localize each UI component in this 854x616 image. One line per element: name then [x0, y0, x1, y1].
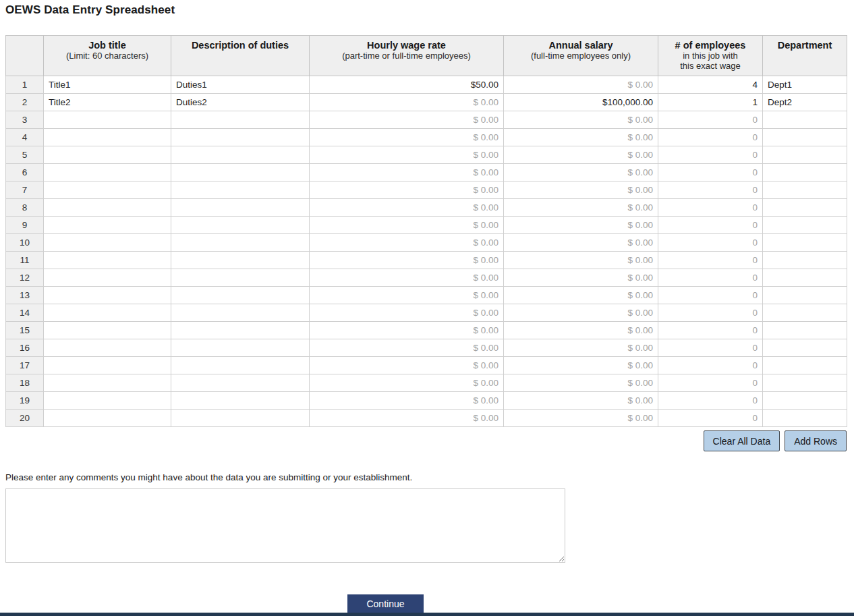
job-title-cell[interactable] — [44, 199, 171, 217]
employees-cell[interactable]: 0 — [658, 357, 763, 374]
job-title-cell[interactable] — [44, 181, 171, 199]
job-title-cell[interactable] — [44, 269, 171, 287]
duties-cell[interactable] — [171, 217, 310, 234]
employees-cell[interactable]: 0 — [658, 304, 763, 322]
annual-salary-cell[interactable]: $ 0.00 — [504, 287, 658, 304]
annual-salary-cell[interactable]: $ 0.00 — [504, 252, 658, 269]
hourly-wage-cell[interactable]: $ 0.00 — [310, 111, 504, 129]
duties-cell[interactable] — [171, 374, 310, 392]
duties-cell[interactable] — [171, 269, 310, 287]
hourly-wage-cell[interactable]: $ 0.00 — [310, 357, 504, 374]
employees-cell[interactable]: 4 — [658, 76, 763, 94]
hourly-wage-cell[interactable]: $ 0.00 — [310, 269, 504, 287]
department-cell[interactable] — [763, 357, 847, 374]
annual-salary-cell[interactable]: $ 0.00 — [504, 269, 658, 287]
duties-cell[interactable] — [171, 252, 310, 269]
department-cell[interactable] — [763, 146, 847, 164]
department-cell[interactable] — [763, 129, 847, 146]
annual-salary-cell[interactable]: $ 0.00 — [504, 146, 658, 164]
employees-cell[interactable]: 0 — [658, 392, 763, 410]
duties-cell[interactable] — [171, 146, 310, 164]
hourly-wage-cell[interactable]: $ 0.00 — [310, 164, 504, 181]
annual-salary-cell[interactable]: $ 0.00 — [504, 199, 658, 217]
hourly-wage-cell[interactable]: $ 0.00 — [310, 287, 504, 304]
employees-cell[interactable]: 0 — [658, 374, 763, 392]
department-cell[interactable] — [763, 392, 847, 410]
annual-salary-cell[interactable]: $ 0.00 — [504, 234, 658, 252]
annual-salary-cell[interactable]: $ 0.00 — [504, 164, 658, 181]
add-rows-button[interactable]: Add Rows — [785, 430, 847, 451]
hourly-wage-cell[interactable]: $ 0.00 — [310, 146, 504, 164]
job-title-cell[interactable] — [44, 287, 171, 304]
department-cell[interactable] — [763, 374, 847, 392]
department-cell[interactable] — [763, 252, 847, 269]
employees-cell[interactable]: 0 — [658, 287, 763, 304]
job-title-cell[interactable] — [44, 111, 171, 129]
job-title-cell[interactable] — [44, 217, 171, 234]
annual-salary-cell[interactable]: $ 0.00 — [504, 181, 658, 199]
annual-salary-cell[interactable]: $100,000.00 — [504, 94, 658, 111]
department-cell[interactable] — [763, 111, 847, 129]
job-title-cell[interactable] — [44, 357, 171, 374]
annual-salary-cell[interactable]: $ 0.00 — [504, 304, 658, 322]
duties-cell[interactable] — [171, 181, 310, 199]
employees-cell[interactable]: 0 — [658, 146, 763, 164]
duties-cell[interactable] — [171, 357, 310, 374]
annual-salary-cell[interactable]: $ 0.00 — [504, 374, 658, 392]
employees-cell[interactable]: 0 — [658, 164, 763, 181]
department-cell[interactable] — [763, 287, 847, 304]
job-title-cell[interactable] — [44, 234, 171, 252]
hourly-wage-cell[interactable]: $ 0.00 — [310, 234, 504, 252]
employees-cell[interactable]: 0 — [658, 181, 763, 199]
duties-cell[interactable] — [171, 287, 310, 304]
employees-cell[interactable]: 0 — [658, 322, 763, 339]
annual-salary-cell[interactable]: $ 0.00 — [504, 410, 658, 427]
annual-salary-cell[interactable]: $ 0.00 — [504, 322, 658, 339]
hourly-wage-cell[interactable]: $ 0.00 — [310, 392, 504, 410]
employees-cell[interactable]: 0 — [658, 217, 763, 234]
employees-cell[interactable]: 1 — [658, 94, 763, 111]
annual-salary-cell[interactable]: $ 0.00 — [504, 76, 658, 94]
annual-salary-cell[interactable]: $ 0.00 — [504, 392, 658, 410]
employees-cell[interactable]: 0 — [658, 269, 763, 287]
duties-cell[interactable] — [171, 339, 310, 357]
job-title-cell[interactable] — [44, 322, 171, 339]
employees-cell[interactable]: 0 — [658, 234, 763, 252]
hourly-wage-cell[interactable]: $ 0.00 — [310, 129, 504, 146]
duties-cell[interactable] — [171, 129, 310, 146]
duties-cell[interactable]: Duties2 — [171, 94, 310, 111]
hourly-wage-cell[interactable]: $50.00 — [310, 76, 504, 94]
job-title-cell[interactable] — [44, 410, 171, 427]
department-cell[interactable] — [763, 339, 847, 357]
hourly-wage-cell[interactable]: $ 0.00 — [310, 322, 504, 339]
duties-cell[interactable] — [171, 199, 310, 217]
duties-cell[interactable] — [171, 111, 310, 129]
hourly-wage-cell[interactable]: $ 0.00 — [310, 304, 504, 322]
duties-cell[interactable] — [171, 164, 310, 181]
department-cell[interactable] — [763, 181, 847, 199]
duties-cell[interactable] — [171, 234, 310, 252]
job-title-cell[interactable] — [44, 146, 171, 164]
duties-cell[interactable] — [171, 304, 310, 322]
continue-button[interactable]: Continue — [347, 594, 424, 613]
job-title-cell[interactable] — [44, 304, 171, 322]
duties-cell[interactable] — [171, 410, 310, 427]
duties-cell[interactable] — [171, 322, 310, 339]
hourly-wage-cell[interactable]: $ 0.00 — [310, 181, 504, 199]
duties-cell[interactable]: Duties1 — [171, 76, 310, 94]
job-title-cell[interactable] — [44, 129, 171, 146]
department-cell[interactable] — [763, 217, 847, 234]
job-title-cell[interactable] — [44, 339, 171, 357]
job-title-cell[interactable] — [44, 164, 171, 181]
hourly-wage-cell[interactable]: $ 0.00 — [310, 339, 504, 357]
hourly-wage-cell[interactable]: $ 0.00 — [310, 199, 504, 217]
employees-cell[interactable]: 0 — [658, 129, 763, 146]
employees-cell[interactable]: 0 — [658, 410, 763, 427]
job-title-cell[interactable] — [44, 374, 171, 392]
annual-salary-cell[interactable]: $ 0.00 — [504, 217, 658, 234]
hourly-wage-cell[interactable]: $ 0.00 — [310, 374, 504, 392]
job-title-cell[interactable] — [44, 252, 171, 269]
department-cell[interactable] — [763, 234, 847, 252]
department-cell[interactable]: Dept2 — [763, 94, 847, 111]
duties-cell[interactable] — [171, 392, 310, 410]
